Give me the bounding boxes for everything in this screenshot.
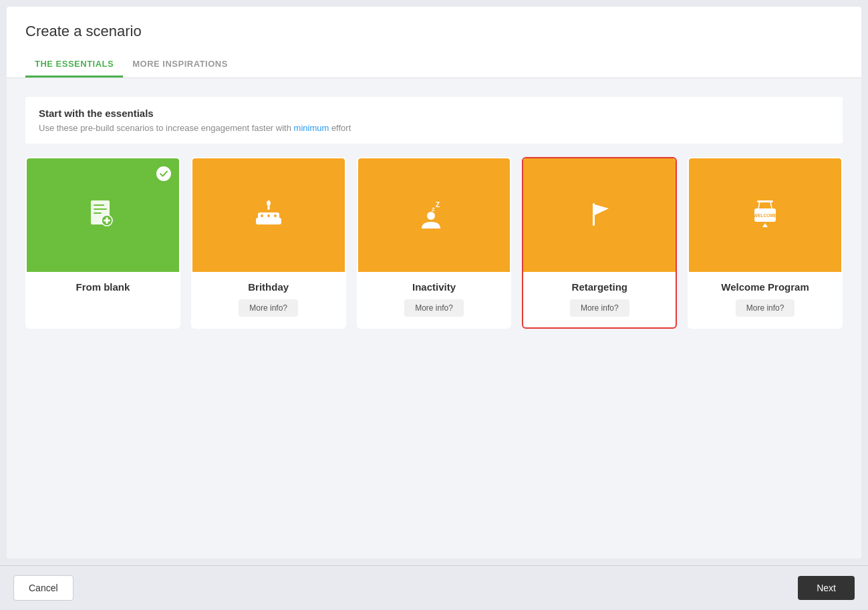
svg-rect-6 (104, 220, 110, 222)
tab-inspirations[interactable]: MORE INSPIRATIONS (123, 52, 237, 78)
card-image-retargeting (523, 158, 676, 272)
svg-point-16 (427, 212, 435, 220)
tab-essentials[interactable]: THE ESSENTIALS (25, 52, 123, 78)
blank-icon (83, 195, 123, 235)
svg-rect-17 (593, 203, 595, 226)
selected-check-badge (155, 165, 172, 182)
card-body-inactivity: Inactivity More info? (358, 272, 511, 327)
svg-rect-8 (267, 204, 269, 210)
card-body-birthday: Brithday More info? (192, 272, 345, 327)
cancel-button[interactable]: Cancel (13, 575, 74, 601)
birthday-icon (249, 194, 289, 237)
svg-line-20 (758, 202, 760, 208)
more-info-retargeting-button[interactable]: More info? (570, 299, 629, 317)
card-welcome-program[interactable]: WELCOME Welcome Program (688, 157, 843, 329)
welcome-icon: WELCOME (745, 194, 785, 237)
svg-rect-1 (94, 204, 104, 206)
svg-rect-2 (94, 208, 107, 210)
card-name-inactivity: Inactivity (365, 281, 504, 293)
cards-row: From blank (25, 157, 843, 329)
desc-before: Use these pre-build scenarios to increas… (39, 123, 294, 133)
tabs-bar: THE ESSENTIALS MORE INSPIRATIONS (25, 52, 843, 78)
svg-line-21 (770, 202, 772, 208)
essentials-description: Use these pre-build scenarios to increas… (39, 123, 829, 133)
essentials-section-title: Start with the essentials (39, 108, 829, 119)
svg-marker-23 (762, 223, 768, 227)
card-image-welcome: WELCOME (689, 158, 841, 272)
card-from-blank[interactable]: From blank (25, 157, 180, 329)
svg-rect-3 (94, 212, 102, 214)
svg-rect-10 (256, 218, 281, 224)
desc-highlight: minimum (294, 123, 329, 133)
page-content: Start with the essentials Use these pre-… (7, 78, 861, 559)
card-name-retargeting: Retargeting (530, 281, 669, 293)
card-body-welcome: Welcome Program More info? (689, 272, 841, 327)
essentials-header: Start with the essentials Use these pre-… (25, 97, 843, 144)
card-birthday[interactable]: Brithday More info? (191, 157, 346, 329)
svg-point-13 (274, 214, 277, 217)
svg-text:Z: Z (436, 201, 440, 208)
svg-rect-22 (757, 200, 773, 202)
page-header: Create a scenario THE ESSENTIALS MORE IN… (7, 7, 861, 78)
card-body-retargeting: Retargeting More info? (523, 272, 676, 327)
svg-point-11 (261, 214, 263, 217)
next-button[interactable]: Next (798, 576, 855, 600)
svg-text:Z: Z (432, 206, 435, 212)
desc-after: effort (329, 123, 351, 133)
more-info-welcome-button[interactable]: More info? (736, 299, 795, 317)
bottom-bar: Cancel Next (0, 565, 868, 610)
more-info-birthday-button[interactable]: More info? (239, 299, 298, 317)
page-title: Create a scenario (25, 23, 843, 40)
card-name-blank: From blank (33, 281, 172, 293)
retargeting-icon (579, 194, 619, 237)
card-image-birthday (192, 158, 345, 272)
more-info-inactivity-button[interactable]: More info? (404, 299, 464, 317)
svg-text:WELCOME: WELCOME (754, 213, 777, 218)
card-inactivity[interactable]: Z Z Inactivity More info? (357, 157, 512, 329)
card-retargeting[interactable]: Retargeting More info? (522, 157, 677, 329)
svg-point-12 (267, 214, 270, 217)
card-image-inactivity: Z Z (358, 158, 511, 272)
inactivity-icon: Z Z (414, 194, 454, 237)
card-name-birthday: Brithday (199, 281, 338, 293)
card-name-welcome: Welcome Program (696, 281, 835, 293)
card-body-blank: From blank (27, 272, 179, 310)
page-wrapper: Create a scenario THE ESSENTIALS MORE IN… (7, 7, 861, 559)
card-image-blank (27, 158, 179, 272)
